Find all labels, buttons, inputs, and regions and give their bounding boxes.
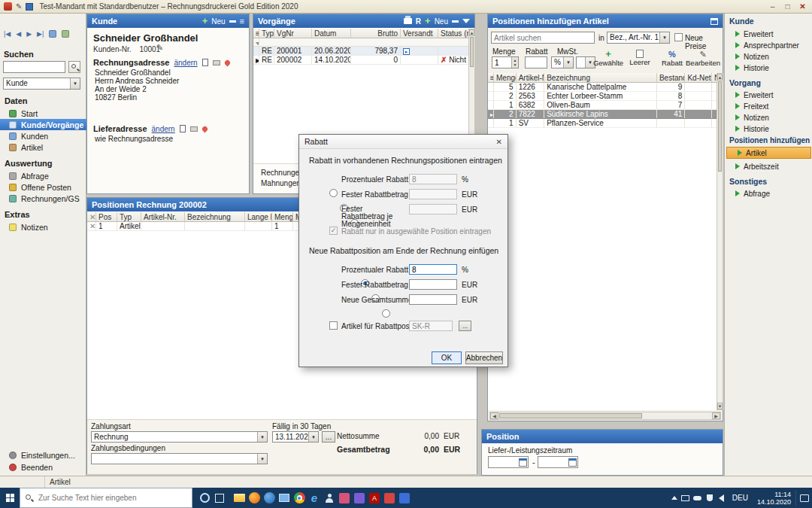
copy-address-icon[interactable] [202, 59, 208, 66]
rs-item-erweitert[interactable]: Erweitert [725, 29, 812, 39]
zeitraum-from-input[interactable] [489, 458, 519, 467]
ok-button[interactable]: OK [432, 351, 462, 364]
mahnungen-link[interactable]: Mahnungen [261, 179, 301, 187]
column-header[interactable]: Artikel-Nr. [141, 212, 185, 222]
scroll-right-icon[interactable]: ▶ [712, 412, 720, 419]
sidebar-item-start[interactable]: Start [0, 108, 86, 119]
neue-preise-checkbox[interactable] [674, 33, 683, 41]
rs-item-notizen[interactable]: Notizen [725, 51, 812, 62]
sidebar-item-artikel[interactable]: Artikel [0, 141, 86, 153]
taskbar-search[interactable] [20, 488, 192, 508]
table-header-row[interactable]: ≡ Typ VgNr Datum Brutto Versandt Status … [253, 29, 468, 38]
edit-customer-icon[interactable]: ✎ [156, 43, 163, 53]
rabatt-button[interactable]: % Rabatt [658, 46, 686, 70]
radio-prozentual-existing[interactable] [329, 189, 338, 197]
versand-icon[interactable]: ▸ [403, 48, 410, 55]
scroll-up-icon[interactable]: ▲ [469, 29, 474, 36]
filter-row[interactable] [253, 38, 468, 47]
sidebar-item-kunde-vorgaenge[interactable]: Kunde/Vorgänge [0, 119, 86, 130]
app-blue-icon[interactable] [397, 491, 412, 506]
artikel-search-input[interactable] [491, 32, 595, 44]
mail-app-icon[interactable] [277, 491, 292, 506]
artikel-hscrollbar[interactable]: ◀ ▶ [489, 412, 721, 420]
firefox-icon[interactable] [247, 491, 262, 506]
column-header[interactable]: Menge [494, 73, 517, 83]
bearbeiten-button[interactable]: ✎ Bearbeiten [685, 46, 721, 70]
customer-add-icon[interactable] [62, 30, 69, 38]
start-button[interactable] [0, 488, 20, 508]
existing-amount-input[interactable] [409, 189, 457, 199]
cancel-button[interactable]: Abbrechen [465, 351, 503, 364]
sidebar-item-kunden[interactable]: Kunden [0, 130, 86, 141]
tray-onedrive-icon[interactable] [692, 491, 704, 506]
maximize-button[interactable]: □ [782, 2, 793, 11]
print-icon[interactable] [404, 18, 412, 24]
mwst-select[interactable]: % ▼ [551, 56, 574, 68]
artikel-vscrollbar[interactable]: ▲ ▼ [717, 73, 723, 410]
acrobat-icon[interactable]: A [367, 491, 382, 506]
tray-chevron-up-icon[interactable] [669, 491, 680, 506]
existing-per-unit-input[interactable] [409, 204, 457, 214]
new-icon[interactable]: + [202, 17, 208, 25]
neu-button[interactable]: Neu [211, 17, 225, 26]
collapse-icon[interactable] [229, 20, 236, 23]
map-pin-icon[interactable] [223, 59, 231, 66]
sidebar-item-einstellungen[interactable]: Einstellungen... [0, 449, 86, 461]
radio-gesamtsumme[interactable] [382, 309, 390, 318]
scrollbar-thumb[interactable] [499, 413, 642, 418]
column-header[interactable]: Typ [259, 29, 274, 38]
column-header[interactable]: Status (man [438, 29, 468, 38]
rs-item-ansprechpartner[interactable]: Ansprechpartner [725, 40, 812, 50]
sidebar-item-notizen[interactable]: Notizen [0, 221, 86, 233]
column-header[interactable]: Kd-Netto [685, 73, 712, 83]
search-scope-select[interactable]: Bez., Art.-Nr. 1 & 2 ▼ [607, 32, 670, 44]
file-explorer-icon[interactable] [232, 491, 247, 506]
tray-shield-icon[interactable] [704, 491, 716, 506]
column-header[interactable]: Menge [272, 212, 293, 222]
leerer-button[interactable]: Leerer [626, 46, 654, 70]
nav-prev-icon[interactable]: ◀ [16, 30, 21, 38]
shipping-change-link[interactable]: ändern [152, 125, 175, 133]
nav-last-icon[interactable]: ▶| [37, 30, 44, 38]
sidebar-item-beenden[interactable]: Beenden [0, 461, 86, 473]
column-header[interactable]: Typ [117, 212, 141, 222]
column-header[interactable]: Pos [96, 212, 117, 222]
language-indicator[interactable]: DEU [732, 494, 748, 502]
table-row[interactable]: 5 1226 Kanarische Dattelpalme 9 [488, 83, 717, 92]
faellig-more-button[interactable]: ... [322, 431, 335, 443]
save-icon[interactable] [26, 3, 33, 11]
tray-monitor-icon[interactable] [680, 491, 692, 506]
billing-change-link[interactable]: ändern [174, 59, 197, 67]
artikel-rabatt-checkbox[interactable] [329, 321, 338, 330]
existing-percent-input[interactable] [409, 174, 457, 184]
column-header[interactable]: Datum [312, 29, 351, 38]
rs-item-abfrage[interactable]: Abfrage [725, 188, 812, 199]
rs-item-artikel-active[interactable]: Artikel [726, 147, 811, 159]
internet-explorer-icon[interactable]: e [307, 491, 322, 506]
nav-first-icon[interactable]: |◀ [4, 30, 11, 38]
sidebar-item-rechnungen-gs[interactable]: Rechnungen/GS [0, 193, 86, 204]
column-header[interactable]: Bezeichnung [185, 212, 245, 222]
app-red-icon[interactable] [382, 491, 397, 506]
print-address-icon[interactable] [190, 126, 198, 132]
column-header[interactable]: Bestand [657, 73, 686, 83]
contacts-icon[interactable] [322, 491, 337, 506]
rs-item-arbeitszeit[interactable]: Arbeitszeit [725, 161, 812, 172]
table-row[interactable]: RE 200001 20.06.2020 798,37 ▸ [253, 47, 468, 56]
calendar-icon[interactable] [568, 458, 577, 467]
menge-stepper[interactable]: ▲▼ [492, 56, 519, 68]
rs-item-historie[interactable]: Historie [725, 62, 812, 73]
gewaehlte-button[interactable]: + Gewählte [592, 46, 625, 70]
zahlungsart-select[interactable]: Rechnung ▼ [91, 431, 268, 443]
rabatt-input[interactable] [525, 56, 547, 68]
zeitraum-to-field[interactable] [538, 456, 578, 468]
faellig-date-select[interactable]: 13.11.2020 ▼ [272, 431, 319, 443]
menge-input[interactable] [492, 57, 511, 68]
column-header[interactable]: Bezeichnung [544, 73, 657, 83]
zeitraum-from-field[interactable] [488, 456, 529, 468]
map-pin-icon[interactable] [201, 125, 208, 132]
app-pink-icon[interactable] [337, 491, 352, 506]
table-row-selected[interactable]: ▸ 2 7822 Südkirsche Lapins 41 [488, 110, 717, 119]
table-row[interactable]: ▶ RE 200002 14.10.2020 0 ✗ Nicht be... [253, 56, 468, 65]
new-amount-input[interactable] [409, 279, 457, 290]
